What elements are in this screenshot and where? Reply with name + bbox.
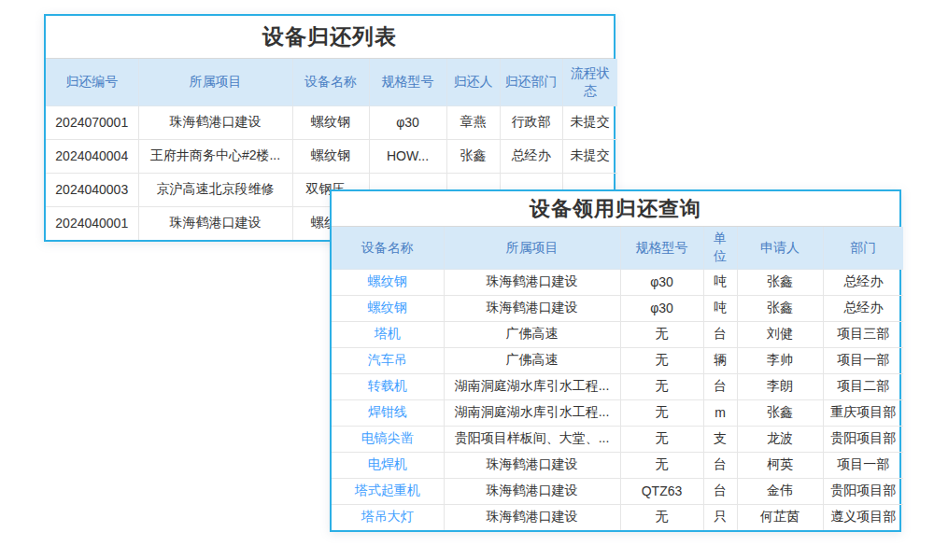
table-cell: 无: [620, 504, 703, 530]
table-cell: 无: [620, 321, 703, 347]
table-cell: 2024070001: [46, 105, 138, 139]
table-cell: 珠海鹤港口建设: [444, 478, 620, 504]
page-canvas: 设备归还列表 归还编号所属项目设备名称规格型号归还人归还部门流程状态202407…: [0, 0, 934, 560]
table-cell: 转载机: [332, 373, 444, 399]
table-cell: 电焊机: [332, 452, 444, 478]
table-row: 塔吊大灯珠海鹤港口建设无只何芷茵遵义项目部: [332, 504, 903, 530]
table-row: 螺纹钢珠海鹤港口建设φ30吨张鑫总经办: [332, 295, 903, 321]
table-cell: 珠海鹤港口建设: [444, 504, 620, 530]
table-cell: 湖南洞庭湖水库引水工程...: [444, 399, 620, 426]
table-cell: 总经办: [500, 139, 562, 173]
equipment-name-link[interactable]: 汽车吊: [368, 352, 407, 367]
column-header: 设备名称: [332, 227, 444, 269]
table-cell: 珠海鹤港口建设: [444, 452, 620, 478]
table-cell: 未提交: [562, 105, 617, 139]
column-header: 所属项目: [444, 227, 620, 269]
table-cell: 金伟: [737, 478, 823, 504]
table-cell: 只: [703, 504, 737, 530]
table-cell: 台: [703, 321, 737, 347]
table-cell: 无: [620, 452, 703, 478]
table-cell: 柯英: [737, 452, 823, 478]
table-cell: 2024040004: [46, 139, 138, 173]
table-cell: 贵阳项目样板间、大堂、...: [444, 426, 620, 452]
table-cell: 台: [703, 478, 737, 504]
table-cell: 螺纹钢: [332, 269, 444, 295]
table-cell: 张鑫: [737, 269, 823, 295]
table-cell: 无: [620, 373, 703, 399]
table-cell: 项目一部: [823, 347, 903, 373]
equipment-name-link[interactable]: 螺纹钢: [368, 273, 407, 288]
table-row: 螺纹钢珠海鹤港口建设φ30吨张鑫总经办: [332, 269, 903, 295]
table-row: 2024070001珠海鹤港口建设螺纹钢φ30章燕行政部未提交: [46, 105, 617, 139]
table-cell: 张鑫: [446, 139, 500, 173]
column-header: 所属项目: [138, 59, 292, 105]
table-cell: 无: [620, 347, 703, 373]
table-cell: 王府井商务中心#2楼...: [138, 139, 292, 173]
table-cell: 章燕: [446, 105, 500, 139]
table-row: 转载机湖南洞庭湖水库引水工程...无台李朗项目二部: [332, 373, 903, 399]
equipment-name-link[interactable]: 电焊机: [368, 456, 407, 471]
table-cell: 重庆项目部: [823, 399, 903, 426]
table-cell: 李朗: [737, 373, 823, 399]
table-cell: 2024040001: [46, 206, 138, 240]
table-cell: 龙波: [737, 426, 823, 452]
column-header: 流程状态: [562, 59, 617, 105]
table-cell: 台: [703, 452, 737, 478]
table-cell: 李帅: [737, 347, 823, 373]
equipment-name-link[interactable]: 电镐尖凿: [361, 430, 414, 445]
table-cell: φ30: [620, 295, 703, 321]
table-cell: 项目三部: [823, 321, 903, 347]
table-cell: 无: [620, 399, 703, 426]
table-row: 电焊机珠海鹤港口建设无台柯英项目一部: [332, 452, 903, 478]
table-cell: 螺纹钢: [332, 295, 444, 321]
return-list-title: 设备归还列表: [46, 16, 614, 59]
table-cell: 珠海鹤港口建设: [444, 295, 620, 321]
column-header: 规格型号: [620, 227, 703, 269]
column-header: 单位: [703, 227, 737, 269]
equipment-name-link[interactable]: 转载机: [368, 378, 407, 393]
table-row: 汽车吊广佛高速无辆李帅项目一部: [332, 347, 903, 373]
equipment-name-link[interactable]: 塔机: [375, 326, 401, 341]
table-cell: 螺纹钢: [292, 105, 369, 139]
table-row: 塔式起重机珠海鹤港口建设QTZ63台金伟贵阳项目部: [332, 478, 903, 504]
table-cell: 汽车吊: [332, 347, 444, 373]
table-cell: 2024040003: [46, 173, 138, 206]
column-header: 归还人: [446, 59, 500, 105]
column-header: 归还部门: [500, 59, 562, 105]
equipment-name-link[interactable]: 螺纹钢: [368, 300, 407, 315]
equipment-query-window: 设备领用归还查询 设备名称所属项目规格型号单位申请人部门螺纹钢珠海鹤港口建设φ3…: [330, 189, 901, 532]
table-cell: 张鑫: [737, 399, 823, 426]
table-cell: φ30: [369, 105, 446, 139]
table-cell: 无: [620, 426, 703, 452]
table-cell: 塔式起重机: [332, 478, 444, 504]
table-cell: 遵义项目部: [823, 504, 903, 530]
table-cell: 总经办: [823, 295, 903, 321]
table-cell: 未提交: [562, 139, 617, 173]
table-row: 塔机广佛高速无台刘健项目三部: [332, 321, 903, 347]
query-title: 设备领用归还查询: [332, 191, 899, 227]
table-cell: 广佛高速: [444, 347, 620, 373]
column-header: 归还编号: [46, 59, 138, 105]
table-cell: 行政部: [500, 105, 562, 139]
table-cell: 支: [703, 426, 737, 452]
table-cell: 京沪高速北京段维修: [138, 173, 292, 206]
table-row: 2024040004王府井商务中心#2楼...螺纹钢HOW...张鑫总经办未提交: [46, 139, 617, 173]
table-cell: 刘健: [737, 321, 823, 347]
equipment-name-link[interactable]: 焊钳线: [368, 404, 407, 419]
table-cell: 广佛高速: [444, 321, 620, 347]
table-cell: 辆: [703, 347, 737, 373]
table-row: 焊钳线湖南洞庭湖水库引水工程...无m张鑫重庆项目部: [332, 399, 903, 426]
column-header: 申请人: [737, 227, 823, 269]
table-cell: 湖南洞庭湖水库引水工程...: [444, 373, 620, 399]
header-row: 设备名称所属项目规格型号单位申请人部门: [332, 227, 903, 269]
equipment-name-link[interactable]: 塔吊大灯: [361, 509, 414, 524]
table-cell: 贵阳项目部: [823, 426, 903, 452]
table-cell: HOW...: [369, 139, 446, 173]
column-header: 规格型号: [369, 59, 446, 105]
table-cell: m: [703, 399, 737, 426]
column-header: 设备名称: [292, 59, 369, 105]
equipment-name-link[interactable]: 塔式起重机: [355, 483, 420, 497]
table-cell: QTZ63: [620, 478, 703, 504]
table-cell: 项目二部: [823, 373, 903, 399]
table-cell: 吨: [703, 295, 737, 321]
